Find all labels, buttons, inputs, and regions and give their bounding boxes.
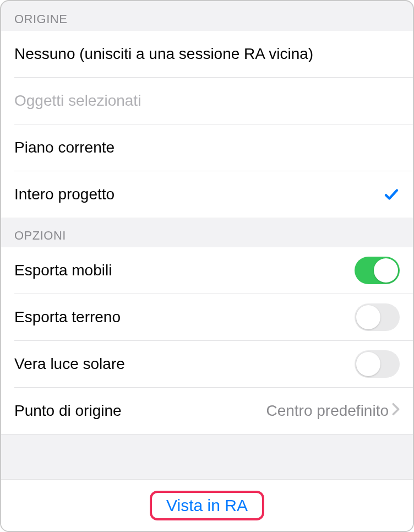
nav-row-origin-point[interactable]: Punto di origine Centro predefinito — [1, 388, 413, 434]
toggle-label: Vera luce solare — [14, 355, 355, 373]
origin-option-label: Nessuno (unisciti a una sessione RA vici… — [14, 45, 400, 63]
nav-row-value: Centro predefinito — [266, 402, 389, 420]
section-header-origin: ORIGINE — [1, 1, 413, 31]
toggle-switch-export-terrain[interactable] — [355, 303, 400, 331]
toggle-row-true-sunlight: Vera luce solare — [1, 341, 413, 387]
toggle-label: Esporta terreno — [14, 308, 355, 326]
origin-group: Nessuno (unisciti a una sessione RA vici… — [1, 31, 413, 218]
toggle-row-export-terrain: Esporta terreno — [1, 294, 413, 340]
view-in-ar-button-label: Vista in RA — [166, 496, 248, 514]
checkmark-icon — [383, 186, 400, 203]
origin-option-label: Intero progetto — [14, 186, 383, 203]
nav-row-label: Punto di origine — [14, 402, 266, 420]
toggle-knob — [374, 258, 398, 283]
nav-row-value-wrap: Centro predefinito — [266, 402, 400, 420]
origin-option-selected-objects: Oggetti selezionati — [1, 78, 413, 124]
toggle-knob — [356, 305, 380, 329]
origin-option-entire-project[interactable]: Intero progetto — [1, 171, 413, 218]
settings-panel: ORIGINE Nessuno (unisciti a una sessione… — [0, 0, 414, 532]
view-in-ar-button[interactable]: Vista in RA — [150, 491, 264, 520]
origin-option-current-plan[interactable]: Piano corrente — [1, 124, 413, 171]
toggle-switch-export-furniture[interactable] — [355, 257, 400, 284]
toggle-row-export-furniture: Esporta mobili — [1, 247, 413, 294]
origin-option-label: Piano corrente — [14, 139, 400, 156]
footer-row: Vista in RA — [1, 479, 413, 531]
toggle-switch-true-sunlight[interactable] — [355, 350, 400, 378]
options-group: Esporta mobili Esporta terreno Vera luce… — [1, 247, 413, 434]
section-header-options: OPZIONI — [1, 218, 413, 247]
toggle-knob — [356, 352, 380, 376]
section-header-options-label: OPZIONI — [14, 229, 66, 242]
origin-option-label: Oggetti selezionati — [14, 92, 400, 110]
section-header-origin-label: ORIGINE — [14, 12, 67, 26]
toggle-label: Esporta mobili — [14, 262, 355, 279]
chevron-right-icon — [392, 402, 400, 420]
origin-option-none[interactable]: Nessuno (unisciti a una sessione RA vici… — [1, 31, 413, 77]
footer-gap — [1, 434, 413, 479]
